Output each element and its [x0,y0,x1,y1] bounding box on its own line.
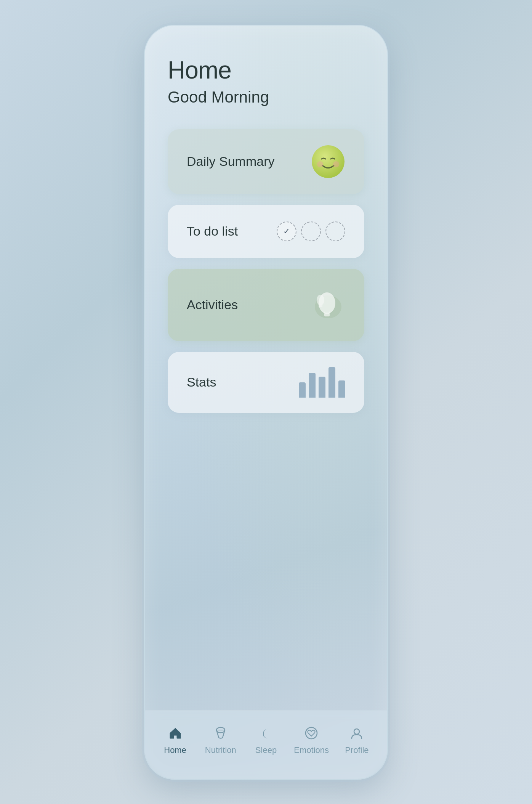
todo-label: To do list [187,224,238,239]
sleep-moon-icon [259,726,273,742]
mood-face-icon [311,144,345,179]
bar-1 [299,382,306,398]
todo-circle-3 [325,221,345,241]
cards-container: Daily Summary [168,129,364,413]
stats-card[interactable]: Stats [168,352,364,413]
todo-circle-2 [301,221,321,241]
bottom-navigation: Home Nutrition Sleep [145,710,387,779]
nav-item-nutrition[interactable]: Nutrition [198,726,243,755]
svg-point-0 [312,145,345,178]
bar-2 [309,373,316,398]
activities-label: Activities [187,297,238,312]
sleep-nav-label: Sleep [255,745,277,755]
bar-3 [319,377,325,398]
nav-item-sleep[interactable]: Sleep [243,726,288,755]
svg-point-12 [306,727,317,739]
profile-icon [350,726,364,742]
nav-item-profile[interactable]: Profile [334,726,380,755]
emotions-nav-label: Emotions [294,745,329,755]
svg-point-8 [317,295,324,305]
daily-summary-label: Daily Summary [187,154,274,169]
svg-rect-9 [319,305,322,307]
todo-circle-1: ✓ [277,221,296,241]
phone-frame: Home Good Morning Daily Summary [144,25,388,780]
stats-chart-icon [299,367,345,398]
nutrition-nav-label: Nutrition [205,745,236,755]
greeting: Good Morning [168,88,364,106]
svg-point-13 [354,729,359,734]
svg-point-2 [333,161,339,167]
todo-progress-circles: ✓ [277,221,345,241]
todo-card[interactable]: To do list ✓ [168,205,364,258]
daily-summary-card[interactable]: Daily Summary [168,129,364,194]
checkmark-icon: ✓ [283,226,290,236]
home-icon [168,726,182,742]
emotions-heart-icon [304,726,318,742]
activities-card[interactable]: Activities [168,269,364,341]
nutrition-icon [214,726,228,742]
page-title: Home [168,56,364,84]
hot-air-balloon-icon [307,284,345,326]
profile-nav-label: Profile [345,745,369,755]
bar-5 [338,380,345,398]
nav-item-home[interactable]: Home [152,726,198,755]
bar-4 [328,367,335,398]
content-area: Home Good Morning Daily Summary [145,26,387,710]
home-nav-label: Home [164,745,186,755]
nav-item-emotions[interactable]: Emotions [289,726,334,755]
svg-point-1 [317,161,323,167]
stats-label: Stats [187,375,216,390]
